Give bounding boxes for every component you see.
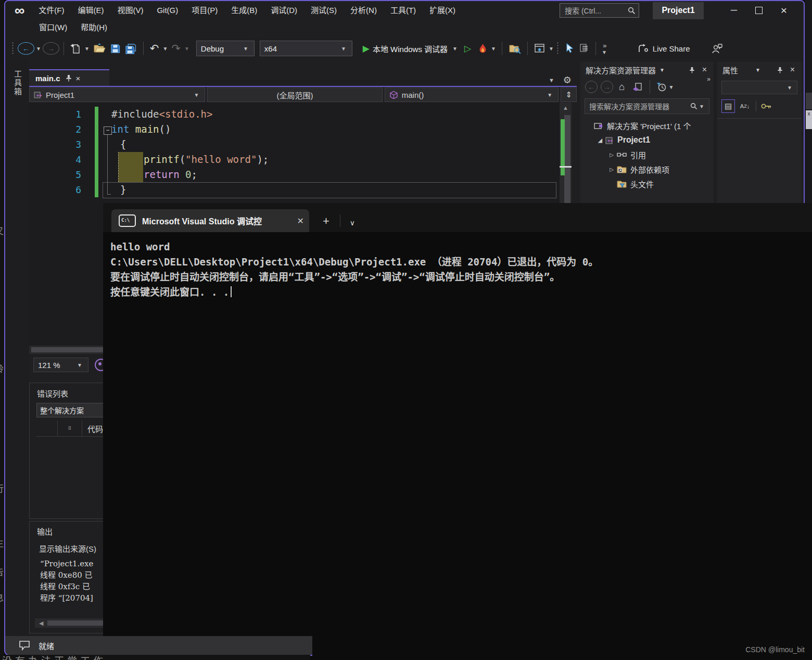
undo-dropdown[interactable]: ▼: [161, 46, 169, 52]
panel-menu-chevron-icon[interactable]: ▼: [656, 67, 668, 73]
code-line[interactable]: 4printf("hello word");: [29, 152, 560, 167]
close-icon[interactable]: ×: [786, 65, 798, 74]
close-icon[interactable]: ×: [699, 65, 710, 74]
severity-column[interactable]: [36, 421, 58, 436]
tree-item-solution[interactable]: 解决方案 'Project1' (1 个: [580, 118, 714, 133]
expanded-arrow-icon[interactable]: ◢: [596, 137, 604, 143]
menu-item[interactable]: Git(G): [150, 2, 185, 19]
new-file-dropdown[interactable]: ▼: [83, 46, 91, 52]
menu-item[interactable]: 窗口(W): [32, 19, 74, 36]
collapsed-arrow-icon[interactable]: ▷: [607, 167, 616, 172]
filter-caret-icon[interactable]: ▼: [667, 84, 675, 90]
feedback-bubble-icon[interactable]: [19, 640, 31, 651]
scrollbar-thumb[interactable]: [564, 115, 570, 204]
preview-window-icon[interactable]: [532, 41, 547, 56]
tab-close-icon[interactable]: ×: [76, 74, 81, 83]
console-tab-close-icon[interactable]: ✕: [297, 216, 304, 226]
toolbar-grip[interactable]: [11, 42, 15, 55]
toolbar-overflow-button[interactable]: » ▼: [600, 42, 608, 55]
toolbox-tab[interactable]: 工具箱: [12, 70, 23, 96]
solution-search-input[interactable]: 搜索解决方案资源管理器 ▼: [585, 98, 709, 114]
menu-item[interactable]: 视图(V): [110, 2, 150, 19]
zoom-level-select[interactable]: 121 % ▼: [33, 358, 88, 372]
back-button[interactable]: ←: [585, 81, 598, 93]
scrollbar-thumb[interactable]: [47, 620, 110, 626]
find-in-files-icon[interactable]: [506, 41, 523, 56]
save-button[interactable]: [108, 41, 123, 56]
open-folder-button[interactable]: [91, 41, 108, 56]
debug-target-button[interactable]: 本地 Windows 调试器: [373, 43, 448, 54]
home-icon[interactable]: ⌂: [619, 81, 625, 93]
menu-item[interactable]: 分析(N): [344, 2, 384, 19]
solution-configuration-select[interactable]: Debug ▼: [196, 41, 255, 56]
icon-column[interactable]: ⠿: [58, 421, 82, 436]
menu-item[interactable]: 编辑(E): [71, 2, 110, 19]
toolbar-grip[interactable]: [556, 42, 560, 55]
property-pages-key-icon[interactable]: [760, 103, 772, 110]
debug-target-dropdown[interactable]: ▼: [451, 46, 459, 52]
start-debugging-icon[interactable]: ▶: [363, 43, 370, 54]
preview-window-dropdown[interactable]: ▼: [547, 46, 555, 52]
forward-button[interactable]: →: [601, 81, 613, 93]
live-share-button[interactable]: Live Share: [638, 44, 690, 53]
code-line[interactable]: 6}: [29, 182, 560, 197]
menu-item[interactable]: 调试(D): [264, 2, 304, 19]
tree-item-references[interactable]: ▷引用: [580, 147, 714, 162]
save-all-button[interactable]: [123, 41, 139, 56]
tab-list-chevron-icon[interactable]: ▼: [547, 77, 556, 83]
tab-dropdown-chevron-icon[interactable]: ∨: [350, 219, 355, 227]
code-line[interactable]: 3{: [29, 137, 560, 152]
menu-item[interactable]: 工具(T): [384, 2, 423, 19]
selection-cursor-icon[interactable]: [563, 41, 577, 56]
navigate-back-dropdown[interactable]: ▼: [34, 46, 43, 52]
code-line[interactable]: 1#include<stdio.h>: [29, 107, 560, 122]
menu-item[interactable]: 项目(P): [185, 2, 224, 19]
search-input[interactable]: 搜索 (Ctrl...: [560, 3, 639, 18]
pin-icon[interactable]: [66, 74, 72, 82]
hot-reload-dropdown[interactable]: ▼: [489, 46, 498, 52]
menu-item[interactable]: 测试(S): [304, 2, 344, 19]
code-column[interactable]: 代码: [82, 421, 103, 436]
pin-icon[interactable]: [686, 67, 699, 73]
split-editor-button[interactable]: ⇕: [561, 87, 577, 102]
collapsed-arrow-icon[interactable]: ▷: [607, 152, 616, 158]
feedback-person-icon[interactable]: [711, 43, 722, 54]
alphabetical-sort-button[interactable]: AZ↓: [738, 100, 752, 112]
menu-item[interactable]: 生成(B): [224, 2, 264, 19]
fold-collapse-button[interactable]: −: [104, 126, 112, 135]
redo-dropdown[interactable]: ▼: [183, 46, 191, 52]
switch-views-icon[interactable]: [632, 82, 642, 92]
code-structure-icon[interactable]: [577, 41, 591, 56]
undo-button[interactable]: ↶: [148, 41, 161, 56]
console-output[interactable]: hello wordC:\Users\DELL\Desktop\Project1…: [103, 232, 812, 300]
navigate-forward-button[interactable]: →: [43, 42, 59, 55]
tab-main-c[interactable]: main.c ×: [29, 69, 109, 86]
scroll-left-arrow-icon[interactable]: ◀: [35, 620, 47, 627]
pending-changes-filter-icon[interactable]: [656, 82, 667, 92]
minimize-button[interactable]: ─: [721, 2, 746, 19]
panel-overflow-icon[interactable]: »: [707, 75, 710, 83]
new-tab-button[interactable]: +: [323, 214, 329, 228]
error-scope-filter-select[interactable]: 整个解决方案: [36, 403, 107, 417]
scroll-up-arrow-icon[interactable]: ▲: [560, 103, 572, 111]
console-tab[interactable]: C:\ Microsoft Visual Studio 调试控 ✕: [111, 209, 309, 232]
start-without-debugging-icon[interactable]: ▷: [464, 43, 471, 54]
code-line[interactable]: 5return 0;: [29, 167, 560, 182]
new-file-button[interactable]: [68, 41, 83, 56]
tree-item-header-folder[interactable]: 头文件: [580, 176, 714, 191]
tree-item-project[interactable]: ◢++Project1: [580, 133, 714, 147]
search-options-caret-icon[interactable]: ▼: [697, 104, 706, 109]
nav-symbol-select[interactable]: main() ▼: [385, 87, 559, 102]
nav-scope-select[interactable]: (全局范围): [207, 87, 382, 102]
nav-project-select[interactable]: ++ Project1 ▼: [29, 87, 205, 102]
close-button[interactable]: ×: [771, 2, 796, 19]
properties-object-select[interactable]: ▼: [721, 81, 797, 94]
tree-item-dependencies[interactable]: ▷外部依赖项: [580, 162, 714, 176]
categorized-view-button[interactable]: ▤: [721, 99, 735, 113]
maximize-button[interactable]: [746, 2, 771, 19]
menu-item[interactable]: 文件(F): [32, 2, 71, 19]
editor-settings-gear-icon[interactable]: ⚙: [563, 74, 572, 86]
navigate-back-button[interactable]: ←: [18, 42, 34, 55]
redo-button[interactable]: ↷: [169, 41, 183, 56]
menu-item[interactable]: 扩展(X): [423, 2, 462, 19]
